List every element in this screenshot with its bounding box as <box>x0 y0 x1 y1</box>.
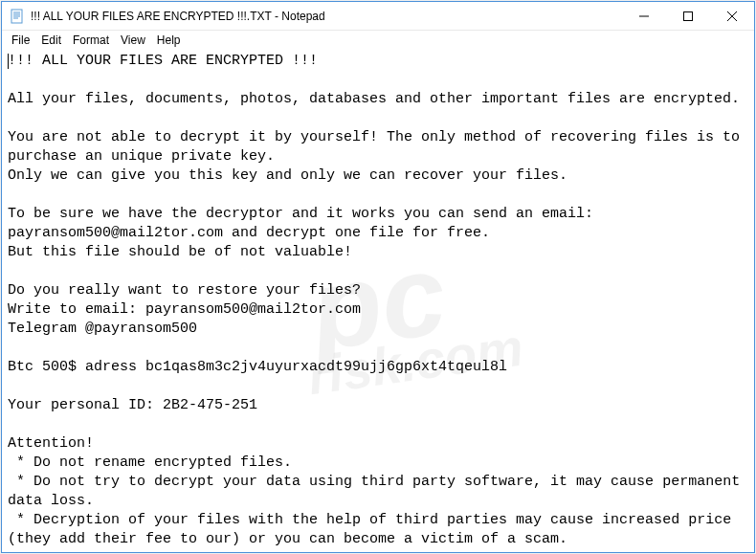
text-area[interactable]: !!! ALL YOUR FILES ARE ENCRYPTED !!! All… <box>2 50 754 552</box>
titlebar[interactable]: !!! ALL YOUR FILES ARE ENCRYPTED !!!.TXT… <box>2 2 754 31</box>
menu-format[interactable]: Format <box>67 32 115 49</box>
menu-file[interactable]: File <box>6 32 35 49</box>
menubar: File Edit Format View Help <box>2 31 754 50</box>
window-controls <box>622 2 754 30</box>
notepad-icon <box>10 9 25 24</box>
document-text: !!! ALL YOUR FILES ARE ENCRYPTED !!! All… <box>8 53 748 547</box>
maximize-button[interactable] <box>666 2 710 30</box>
minimize-button[interactable] <box>622 2 666 30</box>
close-button[interactable] <box>710 2 754 30</box>
notepad-window: !!! ALL YOUR FILES ARE ENCRYPTED !!!.TXT… <box>1 1 755 553</box>
menu-help[interactable]: Help <box>151 32 187 49</box>
svg-rect-6 <box>684 11 693 20</box>
menu-view[interactable]: View <box>115 32 151 49</box>
window-title: !!! ALL YOUR FILES ARE ENCRYPTED !!!.TXT… <box>31 10 622 23</box>
menu-edit[interactable]: Edit <box>35 32 67 49</box>
